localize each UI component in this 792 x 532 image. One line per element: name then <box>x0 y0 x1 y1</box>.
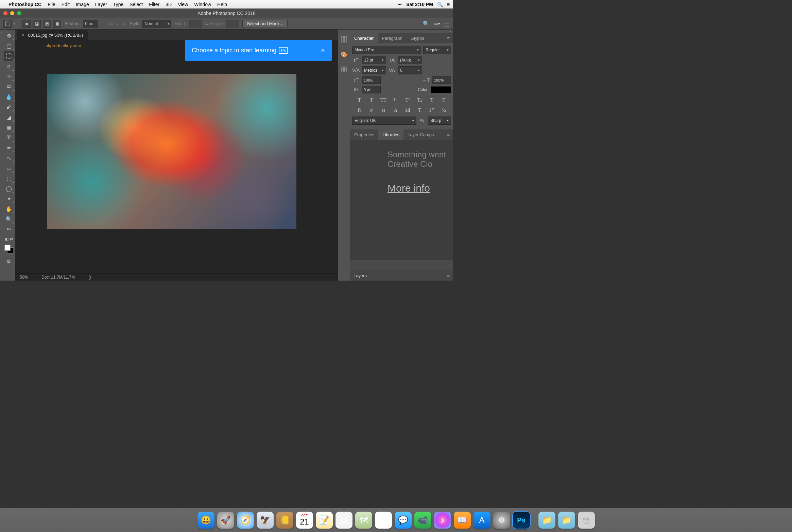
canvas-area[interactable]: okproductkey.com Choose a topic to start… <box>15 40 338 273</box>
menu-app[interactable]: Photoshop CC <box>8 2 41 7</box>
subscript-button[interactable]: T₁ <box>415 95 424 104</box>
close-tab-icon[interactable]: × <box>22 32 24 38</box>
tab-glyphs[interactable]: Glyphs <box>407 33 428 43</box>
search-icon[interactable]: 🔍 <box>423 20 430 27</box>
path-select-tool[interactable]: ↖ <box>4 153 14 163</box>
add-selection-icon[interactable]: ◪ <box>33 20 41 28</box>
toolbar-collapse-strip[interactable]: » <box>0 30 3 281</box>
menu-edit[interactable]: Edit <box>62 2 70 7</box>
zoom-tool[interactable]: 🔍 <box>4 214 14 224</box>
eyedropper-tool[interactable]: 💧 <box>4 92 14 102</box>
rectangle-tool[interactable]: ▭ <box>4 163 14 173</box>
menu-list-icon[interactable]: ≡ <box>447 2 450 7</box>
ordinals-button[interactable]: 1ˢᵗ <box>427 106 436 114</box>
text-color-swatch[interactable] <box>431 86 451 93</box>
status-docinfo[interactable]: Doc: 11.7M/11.7M <box>41 275 75 280</box>
move-tool[interactable]: ✥ <box>4 31 14 40</box>
spotlight-icon[interactable]: 🔍 <box>437 2 443 7</box>
hand-tool[interactable]: ✋ <box>4 204 14 214</box>
feather-input[interactable] <box>83 20 98 28</box>
menu-filter[interactable]: Filter <box>149 2 159 7</box>
tracking-select[interactable]: 0▾ <box>398 66 422 74</box>
panel-menu-icon[interactable]: ≡ <box>444 132 453 137</box>
tab-character[interactable]: Character <box>350 33 378 43</box>
status-chevron-icon[interactable]: ❯ <box>88 275 92 280</box>
hscale-input[interactable] <box>432 76 451 84</box>
intersect-selection-icon[interactable]: ▣ <box>53 20 61 28</box>
language-select[interactable]: English: UK▾ <box>352 117 416 125</box>
document-canvas[interactable] <box>47 74 296 229</box>
workspace-icon[interactable]: ▭▾ <box>434 21 440 26</box>
quick-mask-tool[interactable]: ⧈ <box>4 256 14 266</box>
fractions-button[interactable]: ½ <box>440 106 448 114</box>
panel-menu-icon[interactable]: ≡ <box>444 36 453 41</box>
font-style-select[interactable]: Regular▾ <box>423 46 451 54</box>
font-family-select[interactable]: Myriad Pro▾ <box>352 46 421 54</box>
new-selection-icon[interactable]: ■ <box>22 20 31 28</box>
style-select[interactable]: Normal▾ <box>142 20 171 28</box>
swatches-panel-icon[interactable] <box>340 66 348 73</box>
antialias-select[interactable]: Sharp▾ <box>428 117 451 125</box>
artboard-tool[interactable]: ▢ <box>4 41 14 51</box>
color-swatches[interactable] <box>4 245 13 253</box>
faux-italic-button[interactable]: T <box>367 95 376 104</box>
menu-select[interactable]: Select <box>130 2 143 7</box>
menu-layer[interactable]: Layer <box>95 2 107 7</box>
lasso-tool[interactable]: ⌾ <box>4 61 14 71</box>
menu-3d[interactable]: 3D <box>166 2 172 7</box>
subtract-selection-icon[interactable]: ◩ <box>43 20 51 28</box>
type-tool[interactable]: T <box>4 133 14 142</box>
font-size-select[interactable]: 12 pt▾ <box>362 56 386 64</box>
share-icon[interactable] <box>444 21 450 26</box>
allcaps-button[interactable]: TT <box>379 95 388 104</box>
marquee-tool[interactable] <box>4 51 14 61</box>
default-colors-icon[interactable]: ◧ <box>5 237 8 241</box>
brush-tool[interactable]: 🖌 <box>4 102 14 112</box>
tab-layercomps[interactable]: Layer Comps <box>403 129 438 140</box>
menu-file[interactable]: File <box>48 2 55 7</box>
window-close-button[interactable] <box>3 11 7 15</box>
tab-properties[interactable]: Properties <box>350 129 378 140</box>
more-tools[interactable]: ••• <box>4 225 14 234</box>
menu-image[interactable]: Image <box>76 2 89 7</box>
select-and-mask-button[interactable]: Select and Mask... <box>242 20 288 28</box>
rounded-rect-tool[interactable]: ▢ <box>4 174 14 183</box>
status-zoom[interactable]: 50% <box>20 275 28 280</box>
menu-window[interactable]: Window <box>194 2 211 7</box>
stylistic-alt-button[interactable]: ad <box>403 106 412 114</box>
custom-shape-tool[interactable]: ✦ <box>4 194 14 203</box>
gradient-tool[interactable]: ▦ <box>4 123 14 132</box>
menubar-clock[interactable]: Sat 2:10 PM <box>406 2 433 7</box>
tab-libraries[interactable]: Libraries <box>378 129 403 140</box>
quick-select-tool[interactable]: ✧ <box>4 72 14 81</box>
leading-select[interactable]: (Auto)▾ <box>398 56 422 64</box>
crop-tool[interactable]: ⧉ <box>4 82 14 91</box>
faux-bold-button[interactable]: T <box>355 95 364 104</box>
vscale-input[interactable] <box>362 76 381 84</box>
adjustments-panel-icon[interactable] <box>340 36 348 43</box>
swap-colors-icon[interactable]: ⇄ <box>10 237 13 241</box>
eraser-tool[interactable]: ◢ <box>4 112 14 122</box>
underline-button[interactable]: T <box>427 95 436 104</box>
ellipse-tool[interactable]: ◯ <box>4 184 14 193</box>
document-tab[interactable]: × 00015.jpg @ 50% (RGB/8#) <box>17 30 88 40</box>
strikethrough-button[interactable]: T <box>440 95 448 104</box>
panel-collapse-strip[interactable]: « <box>350 30 453 33</box>
window-zoom-button[interactable] <box>17 11 21 15</box>
menu-view[interactable]: View <box>178 2 188 7</box>
discretionary-lig-button[interactable]: st <box>379 106 388 114</box>
titling-alt-button[interactable]: T <box>415 106 424 114</box>
baseline-input[interactable] <box>362 86 381 93</box>
ligatures-button[interactable]: fi <box>355 106 364 114</box>
window-minimize-button[interactable] <box>10 11 14 15</box>
smallcaps-button[interactable]: Tᴛ <box>391 95 400 104</box>
libraries-more-info-link[interactable]: More info <box>388 182 453 194</box>
stylus-icon[interactable]: ✒ <box>398 2 402 7</box>
contextual-alt-button[interactable]: σ <box>367 106 376 114</box>
tab-layers[interactable]: Layers <box>354 273 367 278</box>
swash-button[interactable]: A <box>391 106 400 114</box>
menu-help[interactable]: Help <box>217 2 227 7</box>
color-panel-icon[interactable]: 🎨 <box>340 51 348 58</box>
panel-menu-icon[interactable]: ≡ <box>447 273 450 278</box>
menu-type[interactable]: Type <box>113 2 123 7</box>
